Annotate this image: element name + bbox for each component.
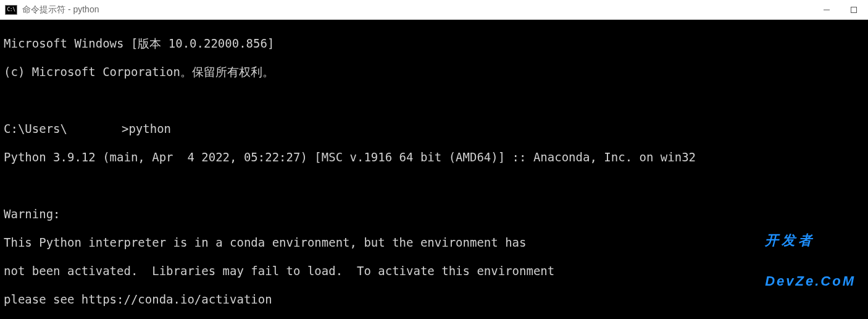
terminal-line: not been activated. Libraries may fail t… (4, 264, 864, 278)
watermark-line2: DevZe.CoM (765, 274, 856, 288)
terminal-prompt-line: C:\Users\>python (4, 122, 864, 136)
terminal-line: Warning: (4, 207, 864, 221)
svg-rect-1 (851, 7, 857, 12)
terminal-line: (c) Microsoft Corporation。保留所有权利。 (4, 65, 864, 79)
terminal-line: This Python interpreter is in a conda en… (4, 236, 864, 250)
minimize-button[interactable] (822, 6, 831, 14)
terminal-empty-line (4, 179, 864, 193)
terminal-line: Python 3.9.12 (main, Apr 4 2022, 05:22:2… (4, 150, 864, 164)
terminal-line: Microsoft Windows [版本 10.0.22000.856] (4, 36, 864, 51)
prompt-path: C:\Users\ (4, 122, 67, 135)
window-title: 命令提示符 - python (22, 4, 822, 15)
terminal-empty-line (4, 93, 864, 108)
terminal-output[interactable]: Microsoft Windows [版本 10.0.22000.856] (c… (0, 20, 868, 319)
redacted-username (67, 124, 122, 135)
terminal-line: please see https://conda.io/activation (4, 292, 864, 307)
cmd-icon: C:\ (5, 5, 17, 15)
maximize-button[interactable] (849, 6, 858, 14)
window-controls (822, 6, 858, 14)
prompt-command: >python (122, 122, 171, 135)
window-titlebar: C:\ 命令提示符 - python (0, 0, 868, 20)
watermark-line1: 开发者 (765, 234, 856, 247)
cmd-icon-text: C:\ (7, 7, 15, 12)
watermark: 开发者 DevZe.CoM (765, 206, 856, 315)
